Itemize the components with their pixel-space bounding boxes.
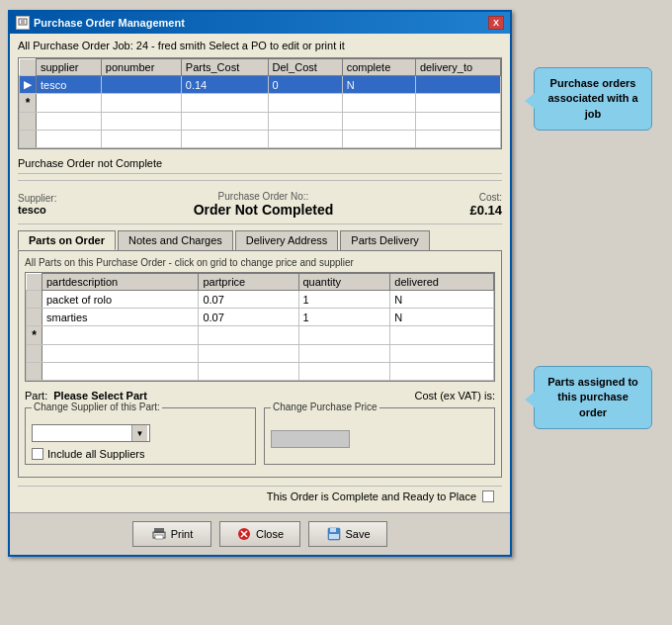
close-window-button[interactable]: X	[488, 16, 504, 30]
title-bar: Purchase Order Management X	[10, 12, 510, 34]
svg-rect-11	[329, 534, 339, 539]
part-price-1: 0.07	[199, 291, 298, 309]
parts-table-header: partdescription partprice quantity deliv…	[27, 274, 494, 291]
supplier-name: tesco	[18, 204, 56, 216]
cost-block: Cost: £0.14	[469, 192, 502, 218]
supplier-dropdown[interactable]: ▼	[32, 424, 150, 442]
part-price-2: 0.07	[199, 309, 298, 326]
supplier-change-legend: Change Supplier of this Part:	[32, 402, 162, 412]
save-label: Save	[346, 528, 371, 540]
price-change-box: Change Purchase Price	[264, 407, 495, 465]
parts-empty-row-2	[27, 363, 494, 381]
complete-status-text: This Order is Complete and Ready to Plac…	[267, 491, 476, 502]
dropdown-arrow-icon: ▼	[131, 425, 147, 441]
callout-2-text: Parts assigned to this purchase order	[547, 376, 638, 418]
part-delivered-2: N	[390, 309, 494, 326]
col-ponumber: ponumber	[101, 59, 181, 76]
col-supplier: supplier	[37, 59, 102, 76]
parts-header: All Parts on this Purchase Order - click…	[25, 257, 495, 268]
tab-parts-on-order[interactable]: Parts on Order	[18, 230, 116, 250]
include-suppliers-checkbox[interactable]	[32, 448, 43, 460]
part-qty-2: 1	[298, 309, 390, 326]
col-delivered: delivered	[390, 274, 494, 291]
close-label: Close	[256, 528, 284, 540]
complete-checkbox[interactable]	[482, 491, 494, 502]
parts-empty-row-1	[27, 345, 494, 363]
po-table: supplier ponumber Parts_Cost Del_Cost co…	[19, 58, 501, 148]
po-parts-cost-1: 0.14	[181, 76, 268, 94]
include-suppliers-label: Include all Suppliers	[47, 448, 144, 460]
tab-notes-charges[interactable]: Notes and Charges	[118, 230, 233, 250]
separator-1	[18, 180, 502, 181]
save-button[interactable]: Save	[308, 521, 387, 547]
col-partdescription: partdescription	[42, 274, 199, 291]
callout-po-associated: Purchase orders associated with a job	[534, 67, 652, 131]
po-empty-row-1	[20, 113, 501, 131]
footer-buttons: Print Close Save	[10, 512, 510, 555]
new-row-supplier	[37, 94, 102, 113]
po-table-header: supplier ponumber Parts_Cost Del_Cost co…	[20, 59, 501, 76]
part-label: Part:	[25, 390, 47, 402]
parts-table: partdescription partprice quantity deliv…	[26, 273, 494, 381]
parts-row-2[interactable]: smarties 0.07 1 N	[27, 309, 494, 326]
po-status-text: Purchase Order not Complete	[18, 153, 502, 174]
part-desc-1: packet of rolo	[42, 291, 199, 309]
po-table-new-row[interactable]: *	[20, 94, 501, 113]
po-table-container: supplier ponumber Parts_Cost Del_Cost co…	[18, 57, 502, 149]
print-icon	[151, 526, 167, 542]
svg-rect-10	[330, 528, 336, 532]
new-row-ponumber	[101, 94, 181, 113]
col-quantity: quantity	[298, 274, 390, 291]
fieldset-row: Change Supplier of this Part: ▼ Include …	[25, 407, 495, 465]
info-bar: All Purchase Order Job: 24 - fred smith …	[18, 40, 502, 51]
cost-label: Cost:	[469, 192, 502, 203]
col-parts-cost: Parts_Cost	[181, 59, 268, 76]
cost-value: £0.14	[469, 203, 502, 218]
tab-parts-delivery[interactable]: Parts Delivery	[340, 230, 429, 250]
po-complete-1: N	[342, 76, 415, 94]
po-empty-row-2	[20, 131, 501, 148]
print-button[interactable]: Print	[132, 521, 211, 547]
parts-new-row[interactable]: *	[27, 326, 494, 345]
include-suppliers-row: Include all Suppliers	[32, 448, 249, 460]
tab-delivery-address[interactable]: Delivery Address	[235, 230, 339, 250]
price-change-legend: Change Purchase Price	[271, 402, 379, 412]
close-icon	[236, 526, 252, 542]
save-icon	[326, 526, 342, 542]
supplier-block: Supplier: tesco	[18, 193, 56, 216]
parts-panel: All Parts on this Purchase Order - click…	[18, 250, 502, 478]
window-icon	[16, 16, 30, 30]
col-indicator	[20, 59, 37, 76]
window-content: All Purchase Order Job: 24 - fred smith …	[10, 34, 510, 512]
new-row-delivery-to	[415, 94, 500, 113]
bottom-status-bar: This Order is Complete and Ready to Plac…	[18, 486, 502, 506]
po-table-row-1[interactable]: ▶ tesco 0.14 0 N	[20, 76, 501, 94]
print-label: Print	[171, 528, 194, 540]
part-selector-row: Part: Please Select Part Cost (ex VAT) i…	[25, 390, 495, 402]
supplier-change-box: Change Supplier of this Part: ▼ Include …	[25, 407, 256, 465]
col-complete: complete	[342, 59, 415, 76]
col-delivery-to: delivery_to	[415, 59, 500, 76]
new-row-indicator: *	[20, 94, 37, 113]
part-desc-2: smarties	[42, 309, 199, 326]
window-title: Purchase Order Management	[34, 17, 185, 29]
price-input-field[interactable]	[271, 430, 350, 448]
svg-rect-0	[19, 19, 27, 25]
order-status: Order Not Completed	[194, 202, 334, 218]
supplier-label: Supplier:	[18, 193, 56, 204]
part-delivered-1: N	[390, 291, 494, 309]
po-supplier-1: tesco	[37, 76, 102, 94]
col-del-cost: Del_Cost	[268, 59, 342, 76]
po-number-label: Purchase Order No::	[218, 191, 309, 202]
tab-bar: Parts on Order Notes and Charges Deliver…	[18, 230, 502, 250]
close-button[interactable]: Close	[219, 521, 300, 547]
part-value: Please Select Part	[53, 390, 147, 402]
po-delivery-to-1	[415, 76, 500, 94]
cost-ex-vat-label: Cost (ex VAT) is:	[415, 390, 496, 402]
svg-rect-5	[155, 535, 163, 539]
col-partprice: partprice	[199, 274, 298, 291]
new-row-parts-cost	[181, 94, 268, 113]
parts-row-1[interactable]: packet of rolo 0.07 1 N	[27, 291, 494, 309]
callout-1-text: Purchase orders associated with a job	[547, 77, 637, 120]
po-del-cost-1: 0	[268, 76, 342, 94]
